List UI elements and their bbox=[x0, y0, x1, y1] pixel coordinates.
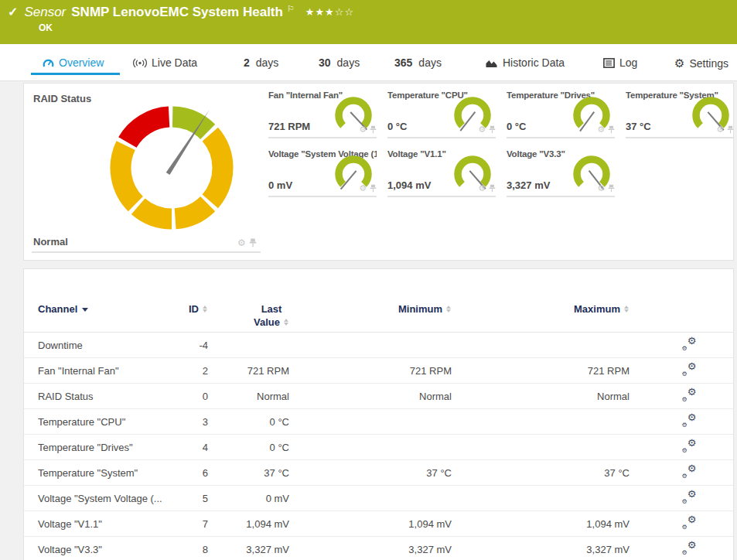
tab-historic-data[interactable]: Historic Data bbox=[485, 56, 565, 69]
area-chart-icon bbox=[485, 58, 498, 68]
pin-icon[interactable] bbox=[727, 125, 734, 134]
flag-icon[interactable]: ⚐ bbox=[287, 4, 295, 14]
tab-live-data[interactable]: Live Data bbox=[133, 56, 197, 69]
header-minimum[interactable]: Minimum bbox=[289, 302, 452, 329]
channel-last-value: Normal bbox=[208, 391, 289, 402]
tab-label: days bbox=[418, 56, 442, 69]
table-body: Downtime -4 ⚙⚙ Fan "Internal Fan" 2 721 … bbox=[24, 333, 733, 560]
gauge-icon bbox=[43, 58, 54, 68]
channel-id: 3 bbox=[185, 416, 208, 428]
channel-name: RAID Status bbox=[38, 391, 185, 402]
table-row[interactable]: Temperature "CPU" 3 0 °C ⚙⚙ bbox=[24, 409, 733, 435]
priority-stars[interactable]: ★★★☆☆ bbox=[305, 6, 354, 18]
pin-icon[interactable] bbox=[249, 238, 257, 248]
pin-icon[interactable] bbox=[489, 184, 496, 193]
raid-gauge-title: RAID Status bbox=[33, 93, 91, 104]
channel-id: 7 bbox=[185, 518, 208, 530]
pin-icon[interactable] bbox=[608, 125, 615, 134]
gauge-settings-gear-icon[interactable]: ⚙ bbox=[597, 183, 605, 193]
pin-icon[interactable] bbox=[608, 184, 615, 193]
gauge-value: 0 mV bbox=[268, 179, 292, 191]
status-badge: OK bbox=[39, 22, 53, 33]
panel-underline bbox=[32, 251, 261, 253]
table-row[interactable]: Voltage "System Voltage (... 5 0 mV ⚙⚙ bbox=[24, 486, 733, 511]
channel-minimum: 3,327 mV bbox=[289, 544, 452, 555]
header-last-value[interactable]: Last Value bbox=[254, 302, 289, 329]
table-row[interactable]: Voltage "V1.1" 7 1,094 mV 1,094 mV 1,094… bbox=[24, 511, 733, 537]
gauge-value: 721 RPM bbox=[268, 121, 310, 132]
channels-table-panel: Channel ID Last Value Minimum Maximum Do… bbox=[23, 268, 734, 560]
table-row[interactable]: Voltage "V3.3" 8 3,327 mV 3,327 mV 3,327… bbox=[24, 537, 733, 560]
channel-maximum: 37 °C bbox=[452, 467, 630, 479]
tab-label: days bbox=[256, 56, 279, 69]
gauge-panel: Temperature "System" 37 °C ⚙ bbox=[626, 89, 734, 138]
channel-settings-icon[interactable]: ⚙⚙ bbox=[682, 541, 697, 555]
channel-name: Fan "Internal Fan" bbox=[38, 365, 185, 377]
gear-icon: ⚙ bbox=[674, 56, 684, 70]
sort-icon bbox=[446, 306, 452, 312]
tab-label: Overview bbox=[59, 56, 104, 69]
tab-30-days[interactable]: 30 days bbox=[319, 56, 360, 69]
channel-id: 6 bbox=[185, 467, 208, 479]
overview-gauges-panel: RAID Status Normal ⚙ Fan "Internal Fan" … bbox=[23, 83, 734, 261]
channel-maximum: Normal bbox=[452, 391, 630, 402]
object-kind-label: Sensor bbox=[24, 5, 66, 20]
table-row[interactable]: Downtime -4 ⚙⚙ bbox=[24, 333, 733, 358]
sort-icon bbox=[624, 306, 630, 312]
header-maximum[interactable]: Maximum bbox=[452, 302, 630, 329]
gauge-settings-gear-icon[interactable]: ⚙ bbox=[716, 125, 724, 135]
table-header-row: Channel ID Last Value Minimum Maximum bbox=[38, 302, 733, 329]
channel-name: Voltage "V3.3" bbox=[38, 544, 185, 555]
channel-id: 2 bbox=[185, 365, 208, 377]
status-check-icon: ✓ bbox=[8, 5, 18, 19]
gauge-settings-gear-icon[interactable]: ⚙ bbox=[597, 125, 605, 135]
tab-settings[interactable]: ⚙ Settings bbox=[674, 56, 728, 70]
channel-name: Voltage "System Voltage (... bbox=[38, 493, 185, 504]
tab-365-days[interactable]: 365 days bbox=[394, 56, 442, 69]
channel-name: Voltage "V1.1" bbox=[38, 518, 185, 530]
raid-gauge-dial bbox=[98, 94, 245, 241]
gauge-settings-gear-icon[interactable]: ⚙ bbox=[359, 125, 367, 135]
channel-id: 4 bbox=[185, 442, 208, 453]
channel-settings-icon[interactable]: ⚙⚙ bbox=[682, 337, 697, 350]
gauge-value: 3,327 mV bbox=[507, 179, 550, 191]
table-row[interactable]: Fan "Internal Fan" 2 721 RPM 721 RPM 721… bbox=[24, 358, 733, 384]
pin-icon[interactable] bbox=[370, 125, 377, 134]
channel-settings-icon[interactable]: ⚙⚙ bbox=[682, 465, 697, 478]
table-row[interactable]: Temperature "System" 6 37 °C 37 °C 37 °C… bbox=[24, 460, 733, 486]
tab-number: 30 bbox=[319, 56, 331, 69]
tab-label: Live Data bbox=[152, 56, 197, 69]
gauge-settings-gear-icon[interactable]: ⚙ bbox=[237, 237, 246, 248]
tab-log[interactable]: Log bbox=[603, 56, 637, 69]
channel-settings-icon[interactable]: ⚙⚙ bbox=[682, 363, 697, 376]
tab-overview[interactable]: Overview bbox=[43, 56, 104, 69]
gauge-settings-gear-icon[interactable]: ⚙ bbox=[478, 183, 486, 193]
channel-minimum: 1,094 mV bbox=[289, 518, 452, 530]
channel-maximum: 721 RPM bbox=[452, 365, 630, 377]
gauge-panel: Voltage "System Voltage (12... 0 mV ⚙ bbox=[268, 148, 377, 197]
gauge-settings-gear-icon[interactable]: ⚙ bbox=[478, 125, 486, 135]
pin-icon[interactable] bbox=[370, 184, 377, 193]
channel-settings-icon[interactable]: ⚙⚙ bbox=[682, 516, 697, 529]
channel-last-value: 0 °C bbox=[208, 416, 289, 428]
channel-last-value: 0 °C bbox=[208, 442, 289, 453]
gauge-settings-gear-icon[interactable]: ⚙ bbox=[359, 183, 367, 193]
channel-settings-icon[interactable]: ⚙⚙ bbox=[682, 490, 697, 504]
tab-2-days[interactable]: 2 days bbox=[244, 56, 278, 69]
table-row[interactable]: RAID Status 0 Normal Normal Normal ⚙⚙ bbox=[24, 384, 733, 409]
header-channel[interactable]: Channel bbox=[38, 302, 185, 329]
channel-id: 8 bbox=[185, 544, 208, 555]
channel-last-value: 3,327 mV bbox=[208, 544, 289, 555]
channel-settings-icon[interactable]: ⚙⚙ bbox=[682, 439, 697, 452]
channel-last-value: 37 °C bbox=[208, 467, 289, 479]
header-id[interactable]: ID bbox=[185, 302, 208, 329]
channel-settings-icon[interactable]: ⚙⚙ bbox=[682, 414, 697, 427]
channel-minimum: 37 °C bbox=[289, 467, 452, 479]
pin-icon[interactable] bbox=[489, 125, 496, 134]
sort-icon bbox=[203, 306, 208, 312]
table-row[interactable]: Temperature "Drives" 4 0 °C ⚙⚙ bbox=[24, 435, 733, 460]
channel-last-value: 0 mV bbox=[208, 493, 289, 504]
tab-label: Settings bbox=[689, 57, 728, 70]
channel-settings-icon[interactable]: ⚙⚙ bbox=[682, 388, 697, 401]
gauge-panel: Temperature "CPU" 0 °C ⚙ bbox=[387, 89, 496, 138]
